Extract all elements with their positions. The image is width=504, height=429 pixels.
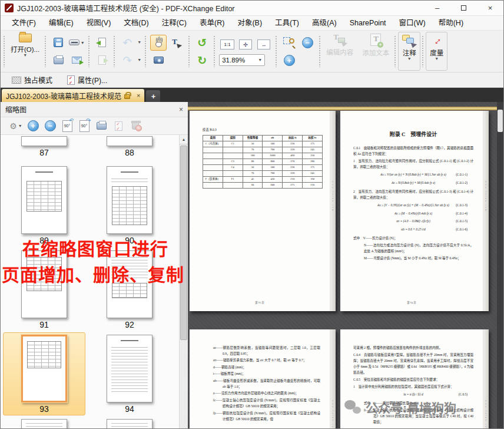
hand-tool-icon	[154, 38, 163, 47]
thumbnail-image[interactable]	[107, 136, 152, 146]
thumbnail-image[interactable]	[21, 335, 67, 402]
toolbar-grip[interactable]	[144, 35, 147, 67]
thumbnail-page-94[interactable]: 94	[88, 335, 171, 414]
zoom-in-icon: +	[28, 120, 39, 131]
panel-close-icon[interactable]: ×	[179, 105, 183, 114]
toolbar-grip[interactable]	[394, 35, 397, 67]
maximize-button[interactable]	[450, 1, 477, 15]
rotate-ccw-button[interactable]: ↺	[194, 35, 210, 51]
scroll-up-arrow-icon[interactable]: ▲	[180, 135, 188, 144]
thumbnail-image[interactable]	[107, 419, 152, 428]
email-button[interactable]	[68, 52, 85, 68]
menu-item[interactable]: 窗口(W)	[393, 16, 432, 31]
scrollbar-thumb[interactable]	[498, 110, 503, 132]
next-view-button[interactable]	[94, 52, 110, 68]
page-footer: 第 93 页	[190, 301, 330, 304]
toolbar-grip[interactable]	[213, 35, 216, 67]
document-view[interactable]: 续表 B.0.3 类别组别性能等级σb抗拉 ft抗剪 fvC（马氏体）C1505…	[188, 102, 503, 428]
thumbnail-page-90[interactable]: 90	[88, 166, 171, 246]
hand-tool-button[interactable]	[150, 35, 167, 51]
document-tab[interactable]: JGJ102-2003-玻璃幕墙工程技术规范 ×	[2, 89, 144, 102]
menu-item[interactable]: 注释(C)	[155, 16, 193, 31]
menu-item[interactable]: 文档(D)	[117, 16, 155, 31]
toolbar-grip[interactable]	[3, 35, 6, 67]
add-text-button[interactable]: T+ 添加文本	[359, 32, 393, 57]
table-row: 类别组别性能等级σb抗拉 ft抗剪 fv	[203, 135, 323, 141]
menu-item[interactable]: 文件(F)	[5, 16, 42, 31]
document-scrollbar[interactable]	[497, 102, 503, 428]
open-label: 打开(O)...	[11, 44, 39, 54]
scrollbar-thumb[interactable]	[180, 146, 187, 340]
minimize-button[interactable]: –	[424, 1, 450, 15]
rotate-cw-button[interactable]: ↻	[194, 52, 210, 68]
marquee-zoom-button[interactable]	[281, 35, 297, 51]
select-text-button[interactable]: T	[168, 35, 185, 51]
thumbnail-image[interactable]	[21, 419, 67, 428]
zoom-out-button[interactable]: −	[299, 35, 316, 51]
menu-item[interactable]: 视图(V)	[80, 16, 118, 31]
thumbnail-page-89[interactable]: 89	[3, 166, 85, 246]
comment-button[interactable]: 注释 ▼	[398, 32, 420, 71]
open-button[interactable]: 打开(O)... ▼	[7, 32, 43, 71]
delete-pages-button[interactable]: −	[128, 118, 143, 133]
undo-button[interactable]: ↶	[119, 35, 135, 51]
thumbnail-options-button[interactable]: ⚙▼	[8, 118, 24, 133]
rotate-right-90-button[interactable]: 90°	[77, 118, 92, 133]
properties-button[interactable]: ✓✓ 属性(P)...	[62, 74, 112, 87]
thumbnail-page-96[interactable]	[88, 419, 171, 428]
toolbar-grip[interactable]	[422, 35, 425, 67]
snapshot-button[interactable]	[150, 52, 167, 68]
page-properties-button[interactable]: ✓✓	[111, 118, 126, 133]
print-button[interactable]	[50, 52, 67, 68]
toolbar-grip[interactable]	[188, 35, 191, 67]
measure-button[interactable]: ↔ 度量 ▼	[426, 32, 447, 71]
pdf-page-93[interactable]: 续表 B.0.3 类别组别性能等级σb抗拉 ft抗剪 fvC（马氏体）C1505…	[190, 111, 336, 311]
thumbnail-page-88[interactable]: 88	[88, 136, 171, 158]
previous-view-button[interactable]	[94, 35, 110, 51]
menu-item[interactable]: 高级(A)	[306, 16, 343, 31]
toolbar-grip[interactable]	[275, 35, 278, 67]
zoom-level-combobox[interactable]: 31.89% ▼	[219, 54, 265, 66]
toolbar-grip[interactable]	[44, 35, 47, 67]
edit-content-button[interactable]: T 编辑内容	[323, 32, 357, 57]
comment-label: 注释	[403, 48, 416, 57]
table-row: 70700320245	[203, 170, 323, 176]
scan-button[interactable]: ▼	[68, 35, 85, 51]
fit-page-button[interactable]: ✣	[237, 37, 254, 52]
exclusive-mode-button[interactable]: 独占模式	[7, 74, 57, 87]
thumbnail-zoom-in-button[interactable]: +	[25, 118, 41, 133]
pdf-page-94[interactable]: 附录 C 预埋件设计 C.0.1 由锚板和对称配置的直锚筋所组成的受力预埋件（图…	[340, 111, 489, 311]
menu-item[interactable]: 帮助(H)	[432, 16, 470, 31]
scanner-icon	[69, 39, 79, 45]
menu-item[interactable]: SharePoint	[343, 16, 393, 31]
thumbnail-image[interactable]	[21, 136, 67, 146]
doc-paragraph: N——法向拉力或法向压力设计值 (N)，法向压力设计值不应大于 0.5fcA，此…	[353, 242, 473, 254]
thumbnail-image[interactable]	[107, 335, 152, 402]
fit-width-button[interactable]: ↔	[256, 37, 272, 52]
thumbnail-image[interactable]	[21, 166, 67, 234]
menu-item[interactable]: 编辑(E)	[42, 16, 80, 31]
toolbar-grip[interactable]	[319, 35, 321, 67]
doc-paragraph: 式中 V——剪力设计值 (N)；	[353, 235, 473, 241]
redo-button[interactable]: ↷	[119, 52, 135, 68]
zoom-in-button[interactable]: +	[281, 52, 297, 68]
menu-item[interactable]: 工具(T)	[268, 16, 306, 31]
new-tab-button[interactable]: +	[146, 90, 160, 102]
toolbar-grip[interactable]	[88, 35, 91, 67]
close-button[interactable]: ×	[477, 1, 503, 15]
thumbnail-zoom-out-button[interactable]: −	[42, 118, 58, 133]
menu-item[interactable]: 对象(B)	[231, 16, 268, 31]
print-pages-button[interactable]	[94, 118, 109, 133]
toolbar-grip[interactable]	[113, 35, 116, 67]
thumbnail-page-93-selected[interactable]: 93	[3, 332, 85, 415]
formula-line: As ≥ (V − 0.3N)/(αr αv fy) + (M − 0.4Nz)…	[353, 203, 473, 209]
menu-item[interactable]: 表单(R)	[193, 16, 231, 31]
thumbnail-image[interactable]	[107, 166, 152, 234]
thumbnail-page-95[interactable]	[3, 419, 85, 428]
thumbnail-page-87[interactable]: 87	[3, 136, 85, 158]
rotate-left-90-button[interactable]: 90°	[59, 118, 75, 133]
tab-close-icon[interactable]: ×	[137, 92, 140, 99]
actual-size-button[interactable]: 1:1	[219, 37, 236, 52]
save-button[interactable]	[50, 35, 67, 51]
pdf-page-95[interactable]: αr——钢筋层数影响系数，当锚筋等间距配置时，二层取 1.0，三层取 0.9，四…	[190, 329, 336, 428]
